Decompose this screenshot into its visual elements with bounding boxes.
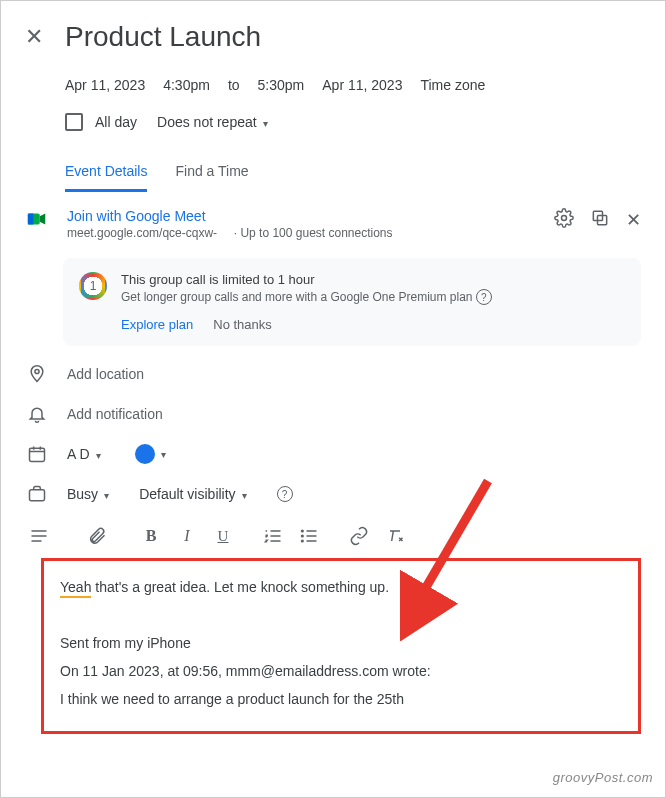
meet-icon: [25, 208, 49, 230]
meet-settings-icon[interactable]: [554, 208, 574, 231]
promo-help-icon[interactable]: ?: [476, 289, 492, 305]
svg-point-3: [562, 216, 567, 221]
notification-icon: [25, 404, 49, 424]
desc-line1: that's a great idea. Let me knock someth…: [91, 579, 389, 595]
visibility-help-icon[interactable]: ?: [277, 486, 293, 502]
description-toolbar: B I U: [1, 514, 665, 558]
location-icon: [25, 364, 49, 384]
visibility-dropdown[interactable]: Default visibility: [139, 486, 246, 502]
svg-rect-8: [30, 490, 45, 501]
description-textarea[interactable]: Yeah that's a great idea. Let me knock s…: [41, 558, 641, 734]
join-meet-button[interactable]: Join with Google Meet: [67, 208, 536, 224]
briefcase-icon: [25, 484, 49, 504]
google-one-promo: 1 This group call is limited to 1 hour G…: [63, 258, 641, 346]
event-title[interactable]: Product Launch: [65, 21, 261, 53]
svg-point-6: [35, 369, 39, 373]
timezone-button[interactable]: Time zone: [420, 77, 485, 93]
calendar-color-dropdown[interactable]: ▾: [135, 444, 166, 464]
svg-point-10: [302, 535, 304, 537]
add-location-button[interactable]: Add location: [67, 366, 144, 382]
meet-remove-icon[interactable]: ✕: [626, 209, 641, 231]
availability-dropdown[interactable]: Busy: [67, 486, 109, 502]
desc-quote-body: I think we need to arrange a product lau…: [60, 685, 622, 713]
watermark: groovyPost.com: [553, 770, 653, 785]
svg-rect-7: [30, 448, 45, 461]
description-icon: [25, 524, 53, 548]
meet-link: meet.google.com/qce-cqxw-: [67, 226, 217, 240]
attachment-icon[interactable]: [83, 524, 111, 548]
tab-find-a-time[interactable]: Find a Time: [175, 163, 248, 192]
underline-button[interactable]: U: [209, 524, 237, 548]
calendar-icon: [25, 444, 49, 464]
start-time[interactable]: 4:30pm: [163, 77, 210, 93]
desc-sent-from: Sent from my iPhone: [60, 629, 622, 657]
end-date[interactable]: Apr 11, 2023: [322, 77, 402, 93]
start-date[interactable]: Apr 11, 2023: [65, 77, 145, 93]
clear-formatting-button[interactable]: [381, 524, 409, 548]
svg-point-11: [302, 540, 304, 542]
meet-copy-icon[interactable]: [590, 208, 610, 231]
bold-button[interactable]: B: [137, 524, 165, 548]
add-notification-button[interactable]: Add notification: [67, 406, 163, 422]
svg-point-9: [302, 530, 304, 532]
bullet-list-button[interactable]: [295, 524, 323, 548]
recurrence-dropdown[interactable]: Does not repeat: [157, 114, 268, 130]
calendar-owner-dropdown[interactable]: A D: [67, 446, 101, 462]
explore-plan-button[interactable]: Explore plan: [121, 317, 193, 332]
tab-event-details[interactable]: Event Details: [65, 163, 147, 192]
no-thanks-button[interactable]: No thanks: [213, 317, 272, 332]
to-label: to: [228, 77, 240, 93]
google-one-icon: 1: [79, 272, 107, 300]
desc-quote-header: On 11 Jan 2023, at 09:56, mmm@emailaddre…: [60, 657, 622, 685]
meet-guest-limit: · Up to 100 guest connections: [234, 226, 393, 240]
link-button[interactable]: [345, 524, 373, 548]
allday-checkbox[interactable]: [65, 113, 83, 131]
desc-yeah: Yeah: [60, 579, 91, 598]
color-swatch: [135, 444, 155, 464]
allday-label: All day: [95, 114, 137, 130]
numbered-list-button[interactable]: [259, 524, 287, 548]
end-time[interactable]: 5:30pm: [258, 77, 305, 93]
close-icon[interactable]: ✕: [25, 24, 49, 50]
italic-button[interactable]: I: [173, 524, 201, 548]
promo-subtitle: Get longer group calls and more with a G…: [121, 290, 473, 304]
datetime-row: Apr 11, 2023 4:30pm to 5:30pm Apr 11, 20…: [1, 69, 665, 101]
promo-title: This group call is limited to 1 hour: [121, 272, 625, 287]
